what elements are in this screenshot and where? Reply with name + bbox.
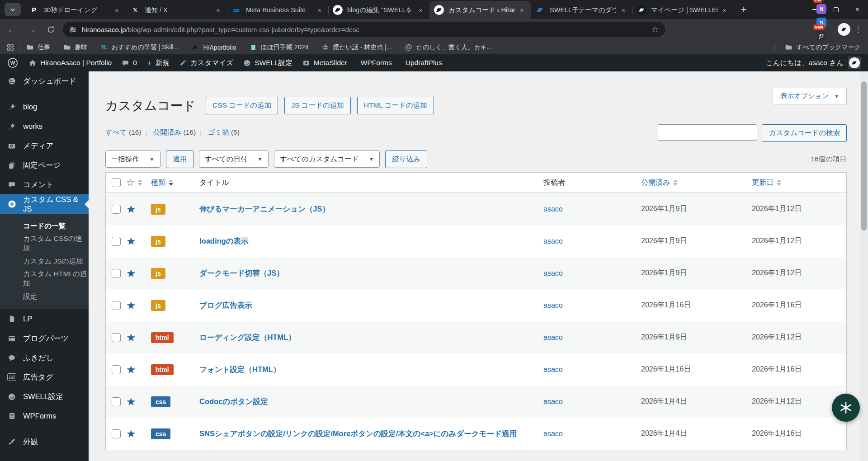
adminbar-item[interactable]: UpdraftPlus bbox=[397, 54, 447, 71]
row-checkbox[interactable] bbox=[112, 333, 121, 342]
view-filter-link[interactable]: すべて (16) bbox=[105, 128, 151, 136]
bookmark-item[interactable]: 仕事 bbox=[26, 43, 50, 52]
tab-search-button[interactable] bbox=[5, 3, 21, 16]
browser-tab[interactable]: 𝕏 通知 / X × bbox=[126, 1, 227, 19]
row-author-link[interactable]: asaco bbox=[543, 366, 563, 373]
row-title-link[interactable]: 伸びるマーカーアニメーション（JS） bbox=[199, 205, 330, 213]
view-filter-link[interactable]: 公開済み (16) bbox=[153, 128, 206, 136]
column-favorite[interactable]: ☆ bbox=[126, 177, 142, 188]
select-all-checkbox[interactable] bbox=[112, 178, 121, 187]
row-title-link[interactable]: loadingの表示 bbox=[199, 237, 249, 245]
add-code-button[interactable]: JS コードの追加 bbox=[284, 97, 351, 114]
sidebar-menu-item[interactable]: SWELL設定 bbox=[0, 387, 89, 406]
sidebar-menu-item[interactable]: 固定ページ bbox=[0, 155, 89, 175]
screen-options-button[interactable]: 表示オプション ▼ bbox=[773, 88, 847, 104]
sidebar-menu-item[interactable]: ふきだし bbox=[0, 348, 89, 367]
view-label[interactable]: ゴミ箱 bbox=[208, 128, 229, 136]
extension-icon[interactable]: S New bbox=[815, 16, 828, 29]
add-code-button[interactable]: CSS コードの追加 bbox=[206, 97, 278, 114]
favorite-star-icon[interactable]: ★ bbox=[126, 364, 136, 375]
row-checkbox[interactable] bbox=[112, 397, 121, 406]
scrollbar-thumb[interactable] bbox=[861, 81, 867, 230]
row-author-link[interactable]: asaco bbox=[543, 334, 563, 341]
sidebar-menu-item[interactable]: ブログパーツ bbox=[0, 329, 89, 348]
bookmark-item[interactable]: H/Aportfolio bbox=[191, 43, 236, 52]
row-checkbox[interactable] bbox=[112, 365, 121, 374]
adminbar-item[interactable]: WPForms bbox=[352, 54, 397, 71]
sidebar-submenu-item[interactable]: カスタム JSの追加 bbox=[0, 253, 89, 269]
favorite-star-icon[interactable]: ★ bbox=[126, 332, 136, 343]
browser-tab[interactable]: blogの編集 "SWELLを × bbox=[328, 1, 429, 19]
sidebar-submenu-item[interactable]: カスタム HTMLの追加 bbox=[0, 269, 89, 288]
bookmark-star-icon[interactable]: ☆ bbox=[651, 24, 659, 34]
sidebar-menu-item[interactable]: works bbox=[0, 117, 89, 136]
browser-tab[interactable]: P 30秒ドローイング × bbox=[24, 1, 126, 19]
address-bar[interactable]: hiranoasaco.jp/blog/wp-admin/edit.php?po… bbox=[63, 22, 665, 37]
sidebar-submenu-item[interactable]: 設定 bbox=[0, 288, 89, 305]
apps-grid-icon[interactable] bbox=[6, 43, 14, 52]
row-checkbox[interactable] bbox=[112, 269, 121, 278]
row-title-link[interactable]: SNSシェアボタンの設定/リンクの設定/Moreボタンの設定/本文の<a>にのみ… bbox=[199, 429, 517, 437]
browser-menu-icon[interactable]: ⋮ bbox=[854, 25, 863, 34]
sidebar-menu-item[interactable]: メディア bbox=[0, 136, 89, 155]
adminbar-item[interactable]: MetaSlider bbox=[297, 54, 352, 71]
apply-button[interactable]: 適用 bbox=[166, 151, 193, 168]
adminbar-item[interactable]: SWELL設定 bbox=[238, 54, 297, 71]
sidebar-menu-item[interactable]: LP bbox=[0, 309, 89, 329]
forward-icon[interactable]: → bbox=[24, 22, 39, 37]
sidebar-item-custom-css-js[interactable]: カスタム CSS & JS bbox=[0, 194, 89, 214]
page-scrollbar[interactable] bbox=[860, 71, 868, 461]
favorite-star-icon[interactable]: ★ bbox=[126, 300, 136, 311]
bookmark-item[interactable]: @ たのしく、書く人。カキ... bbox=[405, 43, 492, 52]
bookmark-item[interactable]: 趣味 bbox=[63, 43, 87, 52]
row-title-link[interactable]: フォント設定（HTML） bbox=[199, 365, 280, 373]
browser-tab[interactable]: カスタムコード ‹ HiranoA × bbox=[429, 1, 531, 19]
all-bookmarks[interactable]: すべてのブックマーク bbox=[774, 43, 868, 52]
search-input[interactable] bbox=[657, 124, 757, 141]
tab-close-icon[interactable]: × bbox=[315, 6, 324, 14]
row-author-link[interactable]: asaco bbox=[543, 398, 563, 405]
site-info-icon[interactable] bbox=[69, 26, 77, 33]
browser-tab[interactable]: SWELL子テーマのダウン × bbox=[531, 1, 632, 19]
new-tab-button[interactable]: + bbox=[736, 2, 751, 17]
back-icon[interactable]: ← bbox=[4, 22, 19, 37]
column-modified[interactable]: 更新日 bbox=[752, 178, 781, 188]
browser-tab[interactable]: ∞ Meta Business Suite × bbox=[227, 1, 328, 19]
profile-avatar[interactable] bbox=[838, 23, 850, 36]
chat-widget[interactable] bbox=[832, 394, 860, 422]
bookmark-item[interactable]: 煙たい話 - 林史也 |... bbox=[321, 43, 392, 52]
row-title-link[interactable]: Codocのボタン設定 bbox=[199, 397, 268, 405]
view-label[interactable]: すべて bbox=[105, 128, 127, 136]
row-checkbox[interactable] bbox=[112, 237, 121, 246]
tab-close-icon[interactable]: × bbox=[518, 6, 526, 14]
favorite-star-icon[interactable]: ★ bbox=[126, 204, 136, 215]
type-filter-select[interactable]: すべてのカスタムコード▼ bbox=[274, 151, 380, 168]
column-type[interactable]: 種類 bbox=[151, 178, 173, 188]
wordpress-logo-icon[interactable]: W bbox=[0, 57, 24, 68]
tab-close-icon[interactable]: × bbox=[113, 6, 121, 14]
row-title-link[interactable]: ローディング設定（HTML） bbox=[199, 333, 296, 341]
date-filter-select[interactable]: すべての日付▼ bbox=[199, 151, 269, 168]
favorite-star-icon[interactable]: ★ bbox=[126, 236, 136, 247]
row-title-link[interactable]: ブログ広告表示 bbox=[199, 301, 252, 309]
browser-tab[interactable]: マイページ | SWELLERS' × bbox=[632, 1, 733, 19]
filter-button[interactable]: 絞り込み bbox=[385, 151, 427, 168]
sidebar-menu-item[interactable]: WPForms bbox=[0, 406, 89, 426]
reload-icon[interactable] bbox=[43, 22, 58, 37]
row-author-link[interactable]: asaco bbox=[543, 205, 563, 213]
search-button[interactable]: カスタムコードの検索 bbox=[762, 124, 847, 142]
row-checkbox[interactable] bbox=[112, 301, 121, 310]
bookmark-item[interactable]: YL おすすめの学習 | Skill... bbox=[100, 43, 179, 52]
sidebar-submenu-item[interactable]: カスタム CSSの追加 bbox=[0, 234, 89, 253]
sidebar-submenu-item[interactable]: コードの一覧 bbox=[0, 218, 89, 234]
sidebar-menu-item[interactable]: コメント bbox=[0, 175, 89, 194]
row-checkbox[interactable] bbox=[112, 205, 121, 214]
view-filter-link[interactable]: ゴミ箱 (5) bbox=[208, 128, 239, 136]
adminbar-item[interactable]: HiranoAsaco | Portfolio bbox=[24, 54, 117, 71]
row-author-link[interactable]: asaco bbox=[543, 237, 563, 245]
sidebar-menu-item[interactable]: ダッシュボード bbox=[0, 71, 89, 91]
row-checkbox[interactable] bbox=[112, 429, 121, 438]
tab-close-icon[interactable]: × bbox=[416, 6, 425, 14]
adminbar-item[interactable]: カスタマイズ bbox=[175, 54, 238, 71]
bookmark-item[interactable]: ほぼ日手帳 2024 bbox=[249, 43, 309, 52]
